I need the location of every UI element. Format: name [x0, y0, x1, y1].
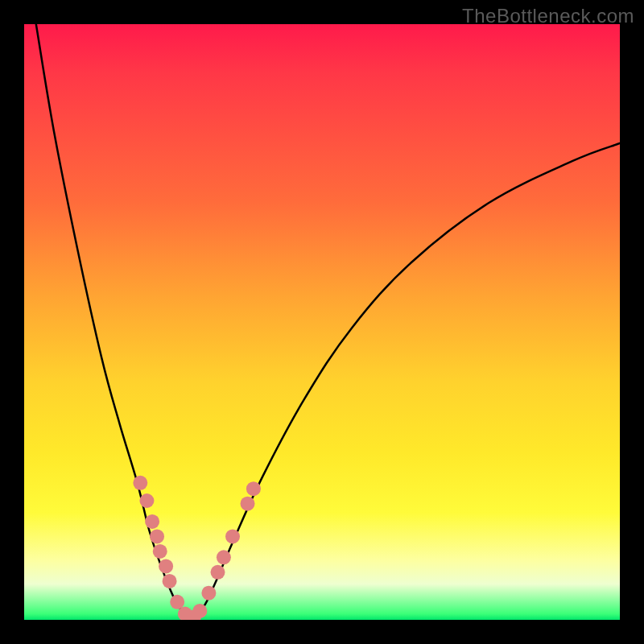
curve-right-branch: [191, 143, 620, 617]
scatter-dot: [246, 481, 261, 496]
watermark-text: TheBottleneck.com: [462, 5, 634, 27]
scatter-dot: [150, 529, 164, 543]
scatter-dot: [139, 493, 154, 508]
plot-area: [24, 24, 620, 620]
scatter-dot: [170, 595, 184, 609]
curve-left-branch: [36, 24, 191, 617]
scatter-dot: [153, 544, 167, 559]
scatter-dot: [145, 514, 159, 529]
scatter-dot: [225, 529, 240, 543]
scatter-dot: [211, 565, 225, 580]
scatter-dot: [192, 604, 207, 618]
scatter-dot: [159, 559, 173, 573]
scatter-dot: [133, 476, 147, 490]
scatter-dot: [201, 586, 216, 601]
chart-svg: [24, 24, 620, 620]
scatter-dot: [217, 550, 231, 564]
chart-frame: TheBottleneck.com: [0, 0, 644, 644]
scatter-dots: [133, 476, 261, 620]
scatter-dot: [163, 574, 177, 588]
scatter-dot: [241, 497, 255, 511]
